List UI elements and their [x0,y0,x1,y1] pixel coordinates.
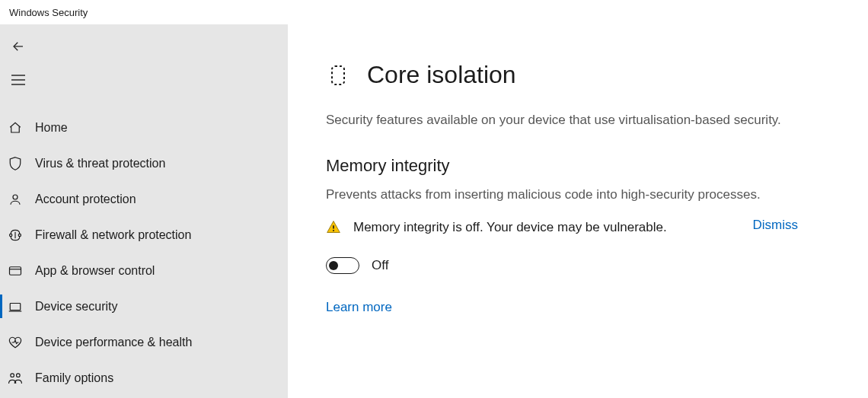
sidebar-item-label: Home [35,121,68,135]
account-icon [8,192,23,207]
back-button[interactable] [0,30,37,62]
sidebar-item-virus[interactable]: Virus & threat protection [0,145,288,181]
sidebar-item-browser[interactable]: App & browser control [0,253,288,288]
warning-icon [326,219,341,234]
nav-list: Home Virus & threat protection [0,110,288,396]
page-subtitle: Security features available on your devi… [326,110,783,130]
sidebar-item-label: App & browser control [35,264,155,278]
svg-point-3 [13,195,18,199]
hamburger-icon [11,75,25,85]
toggle-knob [329,261,338,270]
svg-point-11 [11,373,14,377]
sidebar-item-label: Device security [35,300,117,314]
sidebar-item-home[interactable]: Home [0,110,288,145]
section-description: Prevents attacks from inserting maliciou… [326,185,783,205]
sidebar-item-label: Firewall & network protection [35,228,191,242]
device-icon [8,299,23,314]
sidebar-item-label: Family options [35,371,113,385]
svg-point-15 [333,230,334,231]
browser-icon [8,263,23,279]
svg-point-12 [17,373,21,377]
memory-integrity-toggle[interactable] [326,257,359,274]
sidebar-item-firewall[interactable]: Firewall & network protection [0,217,288,253]
warning-text: Memory integrity is off. Your device may… [353,218,726,237]
sidebar-item-account[interactable]: Account protection [0,181,288,217]
svg-rect-7 [10,266,21,275]
page-title: Core isolation [367,61,516,89]
core-isolation-icon [326,62,350,89]
learn-more-link[interactable]: Learn more [326,300,392,315]
svg-rect-13 [332,66,344,84]
sidebar-item-family[interactable]: Family options [0,360,288,396]
main-content: Core isolation Security features availab… [288,24,868,398]
warning-alert: Memory integrity is off. Your device may… [326,218,798,237]
sidebar-item-health[interactable]: Device performance & health [0,324,288,360]
sidebar-item-label: Account protection [35,193,136,206]
window-title: Windows Security [9,7,88,18]
sidebar-item-label: Virus & threat protection [35,157,165,170]
dismiss-link[interactable]: Dismiss [753,218,799,233]
titlebar: Windows Security [0,0,868,24]
svg-point-5 [18,234,21,236]
back-arrow-icon [11,40,25,53]
hamburger-button[interactable] [0,64,37,96]
health-icon [8,335,23,350]
section-title: Memory integrity [326,156,830,176]
toggle-state-label: Off [372,258,388,273]
family-icon [8,371,23,386]
svg-point-4 [10,234,12,236]
home-icon [8,120,23,135]
sidebar-item-label: Device performance & health [35,336,192,349]
shield-icon [8,156,23,171]
firewall-icon [8,228,23,243]
sidebar: Home Virus & threat protection [0,24,288,398]
svg-rect-9 [10,303,21,310]
sidebar-item-device-security[interactable]: Device security [0,288,288,324]
